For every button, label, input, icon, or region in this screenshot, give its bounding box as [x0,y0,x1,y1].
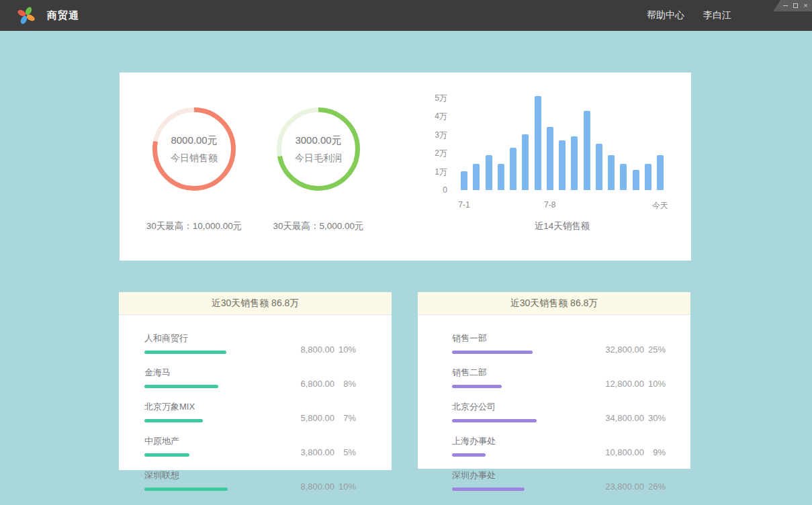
ranking-row-percent: 8% [334,379,356,388]
ranking-row-bar [144,351,226,354]
sales-14day-bar-chart: 01万2万3万4万5万 7-17-8今天 近14天销售额 [415,73,684,261]
today-sales-donut-block: 8000.00元 今日销售额 30天最高：10,000.00元 [132,73,257,261]
y-tick-label: 1万 [415,167,447,177]
sales-bar [498,164,504,190]
sales-bar [535,96,541,190]
customer-ranking-card: 近30天销售额 86.8万 人和商贸行8,800.0010%金海马6,800.0… [119,292,392,470]
sales-bar [645,164,651,190]
ranking-row-name: 中原地产 [144,435,277,447]
ranking-row-amount: 5,800.00 [277,414,334,422]
bar-chart-y-axis: 01万2万3万4万5万 [415,73,447,261]
x-tick-label: 7-8 [544,200,555,210]
ranking-row-name: 人和商贸行 [144,332,277,345]
ranking-row-name: 销售一部 [452,332,586,345]
x-tick-label: 7-1 [458,200,469,210]
ranking-row: 人和商贸行8,800.0010% [144,332,356,354]
department-ranking-title: 近30天销售额 86.8万 [418,292,690,315]
bar-chart-x-axis: 7-17-8今天 [461,200,664,211]
ranking-row: 上海办事处10,800.009% [452,435,666,457]
bar-chart-plot [461,95,664,190]
ranking-row-amount: 10,800.00 [586,448,644,457]
ranking-row-name: 销售二部 [452,367,586,379]
y-tick-label: 3万 [415,130,447,140]
ranking-row-name: 上海办事处 [452,435,586,447]
sales-bar [486,155,492,190]
topbar: 商贸通 帮助中心 李白江 × [0,0,812,31]
sales-bar [596,144,602,190]
y-tick-label: 0 [415,185,447,195]
sales-bar [571,136,578,190]
overview-card: 8000.00元 今日销售额 30天最高：10,000.00元 3000.00元… [120,73,691,261]
help-center-link[interactable]: 帮助中心 [647,9,684,21]
sales-bar [584,111,590,190]
ranking-row: 中原地产3,800.005% [144,435,356,457]
ranking-row-name: 深圳联想 [144,469,277,481]
ranking-row-amount: 3,800.00 [277,448,334,457]
window-controls: × [773,0,812,11]
today-profit-value: 3000.00元 [295,134,341,147]
ranking-row-amount: 32,800.00 [586,345,644,354]
ranking-row-percent: 25% [644,345,666,354]
ranking-row-bar [452,488,525,491]
sales-bar [608,155,615,190]
sales-bar [633,170,639,190]
y-tick-label: 2万 [415,148,447,158]
today-sales-label: 今日销售额 [171,152,218,165]
sales-bar [522,134,529,190]
ranking-row-bar [452,351,533,354]
ranking-row-name: 北京分公司 [452,401,586,413]
ranking-row-percent: 30% [644,414,666,422]
ranking-row-percent: 5% [334,448,356,457]
ranking-row-bar [452,419,537,422]
sales-bar [559,140,566,190]
y-tick-label: 5万 [415,93,447,103]
user-menu[interactable]: 李白江 [703,9,731,21]
sales-30day-max: 30天最高：10,000.00元 [132,220,257,232]
ranking-row-amount: 12,800.00 [586,379,644,388]
ranking-row-bar [144,453,189,457]
today-profit-donut-block: 3000.00元 今日毛利润 30天最高：5,000.00元 [256,73,381,261]
ranking-row-amount: 23,800.00 [586,482,644,491]
profit-30day-max: 30天最高：5,000.00元 [256,220,381,232]
ranking-row-percent: 9% [644,448,666,457]
app-title: 商贸通 [47,9,79,22]
ranking-row-amount: 34,800.00 [586,414,644,422]
y-tick-label: 4万 [415,111,447,121]
ranking-row: 销售一部32,800.0025% [452,332,666,354]
sales-bar [547,127,553,190]
ranking-row-name: 北京万象MIX [144,401,277,413]
ranking-row-amount: 6,800.00 [277,379,334,388]
ranking-row-name: 金海马 [144,367,277,379]
minimize-icon[interactable] [782,3,788,9]
sales-bar [473,164,480,190]
ranking-row-percent: 26% [644,482,666,491]
ranking-row-bar [452,453,486,457]
department-ranking-card: 近30天销售额 86.8万 销售一部32,800.0025%销售二部12,800… [418,292,690,469]
sales-bar [657,155,664,190]
today-sales-donut-chart: 8000.00元 今日销售额 [152,107,236,191]
today-sales-value: 8000.00元 [171,134,217,147]
ranking-row-amount: 8,800.00 [277,345,334,354]
pinwheel-logo-icon [16,5,36,26]
ranking-row-bar [144,385,218,388]
ranking-row-percent: 10% [334,482,356,491]
bar-chart-title: 近14天销售额 [461,220,664,232]
today-profit-donut-chart: 3000.00元 今日毛利润 [277,107,360,191]
close-icon[interactable]: × [803,3,809,9]
sales-bar [461,171,467,190]
ranking-row: 销售二部12,800.0010% [452,367,666,388]
customer-ranking-title: 近30天销售额 86.8万 [119,292,392,315]
sales-bar [620,164,627,190]
x-tick-label: 今天 [652,200,668,212]
ranking-row: 深圳联想8,800.0010% [144,469,356,491]
ranking-row-percent: 10% [334,345,356,354]
ranking-row-bar [144,488,228,491]
ranking-row-percent: 7% [334,414,356,422]
ranking-row-amount: 8,800.00 [277,482,334,491]
ranking-row-name: 深圳办事处 [452,469,586,481]
ranking-row-bar [452,385,502,388]
ranking-row: 金海马6,800.008% [144,367,356,388]
ranking-row: 北京万象MIX5,800.007% [144,401,356,422]
maximize-icon[interactable] [793,3,799,9]
ranking-row-bar [144,419,203,422]
